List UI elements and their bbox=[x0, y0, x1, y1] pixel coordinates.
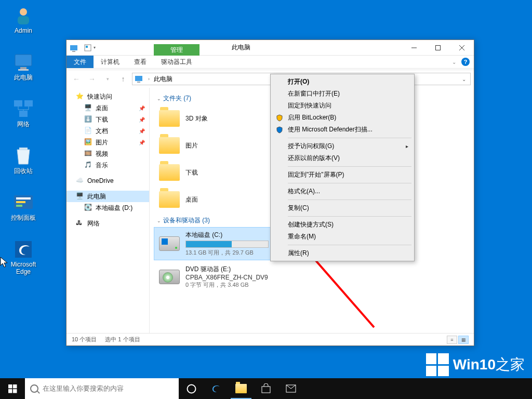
tab-view[interactable]: 查看 bbox=[127, 56, 154, 68]
view-details-button[interactable]: ≡ bbox=[447, 336, 457, 344]
start-button[interactable] bbox=[0, 378, 25, 399]
navigation-pane: ⭐快速访问 🖥️桌面📌 ⬇️下载📌 📄文档📌 🖼️图片📌 🎞️视频 🎵音乐 ☁️… bbox=[66, 88, 150, 333]
caret-down-icon: ⌄ bbox=[157, 218, 161, 223]
nav-back-button[interactable]: ← bbox=[70, 72, 83, 86]
context-menu-item[interactable]: 还原以前的版本(V) bbox=[272, 152, 413, 164]
drive-dvd-e[interactable]: DVD 驱动器 (E:) CPBA_X86FRE_ZH-CN_DV9 0 字节 … bbox=[154, 260, 278, 294]
nav-local-d[interactable]: 💽本地磁盘 (D:) bbox=[66, 202, 149, 214]
nav-downloads[interactable]: ⬇️下载📌 bbox=[66, 114, 149, 125]
nav-recent-dropdown[interactable]: ▾ bbox=[101, 72, 114, 86]
qat-properties-icon[interactable] bbox=[84, 44, 91, 51]
address-chevron-icon[interactable]: › bbox=[146, 76, 152, 82]
ribbon-tabs: 文件 计算机 查看 管理 驱动器工具 ⌄ ? bbox=[66, 56, 474, 68]
svg-rect-7 bbox=[19, 111, 28, 117]
tab-computer[interactable]: 计算机 bbox=[94, 56, 127, 68]
context-menu-item[interactable]: 启用 BitLocker(B) bbox=[272, 112, 413, 124]
nav-onedrive[interactable]: ☁️OneDrive bbox=[66, 175, 149, 187]
nav-up-button[interactable]: ↑ bbox=[116, 72, 130, 86]
taskbar-edge[interactable] bbox=[204, 378, 229, 399]
svg-rect-11 bbox=[16, 201, 25, 203]
ribbon-collapse-icon[interactable]: ⌄ bbox=[452, 59, 456, 65]
nav-desktop[interactable]: 🖥️桌面📌 bbox=[66, 102, 149, 114]
context-menu-item[interactable]: 使用 Microsoft Defender扫描... bbox=[272, 124, 413, 136]
tab-file[interactable]: 文件 bbox=[66, 56, 94, 68]
context-menu-item[interactable]: 固定到"开始"屏幕(P) bbox=[272, 169, 413, 181]
address-dropdown-icon[interactable]: ⌄ bbox=[460, 76, 468, 82]
pictures-icon: 🖼️ bbox=[84, 138, 92, 147]
svg-rect-8 bbox=[19, 148, 28, 150]
maximize-button[interactable] bbox=[426, 40, 450, 55]
context-menu-item[interactable]: 授予访问权限(G)▸ bbox=[272, 140, 413, 152]
svg-rect-17 bbox=[86, 46, 88, 48]
drive-icon: 💽 bbox=[84, 204, 92, 212]
taskbar: 在这里输入你要搜索的内容 bbox=[0, 378, 532, 399]
folder-pictures[interactable]: 图片 bbox=[154, 132, 278, 159]
svg-rect-14 bbox=[70, 45, 77, 50]
nav-videos[interactable]: 🎞️视频 bbox=[66, 148, 149, 159]
taskbar-explorer[interactable] bbox=[229, 378, 254, 399]
watermark: Win10之家 bbox=[426, 353, 525, 376]
context-menu-item[interactable]: 创建快捷方式(S) bbox=[272, 219, 413, 231]
desktop-edge[interactable]: Microsoft Edge bbox=[5, 239, 42, 280]
svg-rect-12 bbox=[16, 205, 22, 207]
pin-icon: 📌 bbox=[139, 128, 145, 134]
svg-rect-10 bbox=[16, 197, 31, 200]
taskbar-store[interactable] bbox=[254, 378, 278, 399]
videos-icon: 🎞️ bbox=[84, 150, 92, 158]
svg-rect-6 bbox=[24, 100, 33, 107]
tab-drive-tools[interactable]: 管理 驱动器工具 bbox=[154, 56, 200, 68]
nav-forward-button[interactable]: → bbox=[85, 72, 99, 86]
close-button[interactable] bbox=[450, 40, 474, 55]
svg-rect-2 bbox=[15, 55, 32, 66]
svg-rect-4 bbox=[18, 69, 29, 71]
desktop-this-pc[interactable]: 此电脑 bbox=[5, 52, 42, 92]
context-menu-separator bbox=[288, 216, 411, 217]
nav-network[interactable]: 🖧网络 bbox=[66, 218, 149, 229]
drive-c[interactable]: 本地磁盘 (C:) 13.1 GB 可用，共 29.7 GB bbox=[154, 227, 278, 260]
cortana-button[interactable] bbox=[179, 378, 204, 399]
svg-rect-28 bbox=[13, 389, 17, 393]
help-icon[interactable]: ? bbox=[461, 58, 470, 66]
address-pc-icon bbox=[135, 75, 143, 83]
context-menu-item[interactable]: 复制(C) bbox=[272, 202, 413, 214]
desktop-control-panel[interactable]: 控制面板 bbox=[5, 192, 42, 233]
download-icon: ⬇️ bbox=[84, 115, 92, 124]
context-menu-item[interactable]: 在新窗口中打开(E) bbox=[272, 88, 413, 100]
context-menu-separator bbox=[288, 183, 411, 183]
nav-pictures[interactable]: 🖼️图片📌 bbox=[66, 137, 149, 148]
folder-downloads[interactable]: 下载 bbox=[154, 159, 278, 186]
taskbar-mail[interactable] bbox=[278, 378, 303, 399]
address-segment-this-pc[interactable]: 此电脑 bbox=[152, 75, 175, 84]
taskbar-search[interactable]: 在这里输入你要搜索的内容 bbox=[25, 378, 179, 399]
shield-blue-icon bbox=[275, 126, 284, 134]
context-menu-item[interactable]: 打开(O) bbox=[272, 76, 413, 88]
windows-logo-icon bbox=[426, 353, 449, 376]
nav-documents[interactable]: 📄文档📌 bbox=[66, 125, 149, 137]
svg-rect-15 bbox=[72, 51, 75, 52]
title-bar[interactable]: ▾ 此电脑 bbox=[66, 40, 474, 56]
minimize-button[interactable] bbox=[402, 40, 426, 55]
nav-this-pc[interactable]: 🖥️此电脑 bbox=[66, 191, 149, 202]
nav-music[interactable]: 🎵音乐 bbox=[66, 159, 149, 171]
folder-desktop[interactable]: 桌面 bbox=[154, 186, 278, 213]
view-tiles-button[interactable]: ▦ bbox=[458, 336, 469, 344]
svg-rect-30 bbox=[262, 387, 270, 393]
svg-point-0 bbox=[20, 8, 27, 16]
shield-icon bbox=[275, 114, 284, 122]
context-menu-item[interactable]: 属性(R) bbox=[272, 247, 413, 259]
search-icon bbox=[30, 384, 38, 393]
desktop-recycle-bin[interactable]: 回收站 bbox=[5, 145, 42, 186]
svg-rect-3 bbox=[20, 67, 26, 69]
system-menu-icon[interactable] bbox=[66, 40, 81, 55]
context-menu-item[interactable]: 格式化(A)... bbox=[272, 185, 413, 197]
pin-icon: 📌 bbox=[139, 117, 145, 123]
context-menu-item[interactable]: 固定到快速访问 bbox=[272, 100, 413, 112]
cursor-icon bbox=[0, 257, 9, 269]
desktop-network[interactable]: 网络 bbox=[5, 99, 42, 139]
folder-3d-objects[interactable]: 3D 对象 bbox=[154, 105, 278, 132]
desktop-admin[interactable]: Admin bbox=[5, 5, 42, 46]
nav-quick-access[interactable]: ⭐快速访问 bbox=[66, 91, 149, 102]
pin-icon: 📌 bbox=[139, 140, 145, 145]
network-small-icon: 🖧 bbox=[76, 219, 84, 228]
context-menu-item[interactable]: 重命名(M) bbox=[272, 231, 413, 243]
